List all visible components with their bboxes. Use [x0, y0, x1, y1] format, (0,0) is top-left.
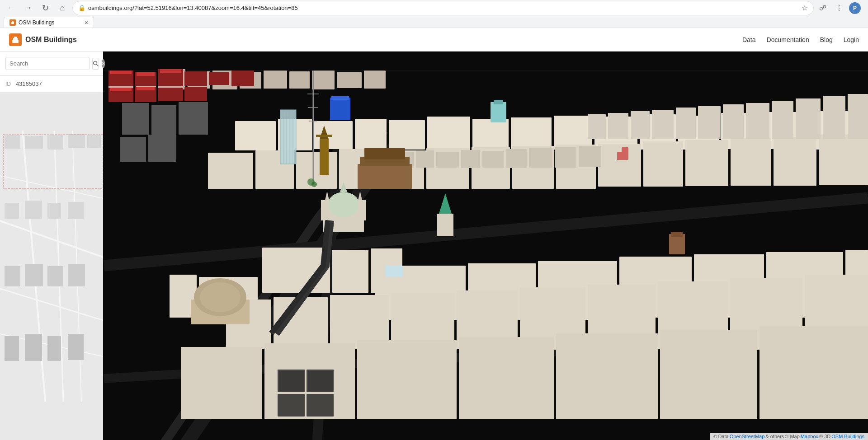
svg-rect-86 — [358, 200, 366, 220]
browser-menu-button[interactable]: ⋮ — [833, 2, 845, 14]
active-tab[interactable]: OSM Buildings × — [4, 17, 94, 28]
svg-rect-159 — [676, 108, 696, 139]
svg-rect-30 — [137, 72, 155, 76]
attribution-data-text: Data — [718, 434, 728, 439]
address-bar[interactable]: 🔒 osmbuildings.org/?lat=52.51916&lon=13.… — [72, 1, 814, 15]
svg-rect-186 — [25, 201, 42, 219]
sidebar-minimap[interactable] — [0, 92, 103, 440]
svg-rect-35 — [151, 105, 176, 135]
svg-rect-125 — [660, 330, 757, 419]
tab-label: OSM Buildings — [19, 19, 82, 26]
attribution-osm-link[interactable]: OpenStreetMap — [730, 434, 765, 439]
tab-close-button[interactable]: × — [85, 19, 88, 26]
svg-rect-67 — [731, 138, 771, 186]
svg-rect-165 — [823, 96, 845, 139]
app-container: OSM Buildings Data Documentation Blog Lo… — [0, 28, 868, 440]
id-value: 43165037 — [16, 80, 42, 87]
nav-login[interactable]: Login — [844, 36, 859, 43]
svg-rect-46 — [511, 117, 552, 149]
svg-rect-154 — [364, 148, 405, 159]
svg-rect-124 — [556, 333, 658, 419]
svg-rect-192 — [68, 264, 85, 286]
svg-rect-136 — [436, 152, 459, 168]
nav-blog[interactable]: Blog — [820, 36, 833, 43]
svg-rect-16 — [312, 70, 335, 89]
svg-rect-27 — [158, 88, 183, 101]
svg-rect-47 — [554, 116, 592, 150]
svg-rect-126 — [760, 326, 868, 419]
map-area[interactable]: × ID 43165037 — [0, 51, 868, 440]
svg-rect-147 — [279, 371, 304, 391]
sidebar-panel: × ID 43165037 — [0, 51, 103, 440]
svg-rect-194 — [25, 334, 42, 361]
app-logo[interactable]: OSM Buildings — [9, 33, 77, 46]
attribution-map-text: © Map — [785, 434, 800, 439]
svg-rect-17 — [337, 72, 362, 88]
svg-rect-4 — [12, 40, 19, 43]
svg-rect-155 — [588, 114, 606, 139]
svg-rect-169 — [671, 232, 683, 237]
svg-rect-137 — [461, 150, 480, 168]
svg-rect-164 — [796, 98, 821, 139]
svg-rect-37 — [120, 137, 146, 162]
url-text: osmbuildings.org/?lat=52.51916&lon=13.40… — [88, 5, 799, 11]
back-button[interactable]: ← — [4, 1, 18, 15]
svg-rect-183 — [68, 134, 85, 148]
nav-data[interactable]: Data — [742, 36, 756, 43]
browser-toolbar: ← → ↻ ⌂ 🔒 osmbuildings.org/?lat=52.51916… — [0, 0, 868, 16]
svg-rect-55 — [208, 153, 253, 189]
logo-text: OSM Buildings — [25, 36, 77, 44]
svg-rect-127 — [491, 102, 506, 122]
svg-rect-24 — [231, 70, 254, 86]
forward-button[interactable]: → — [21, 1, 35, 15]
search-clear-button[interactable]: × — [102, 59, 105, 68]
svg-rect-163 — [772, 101, 793, 139]
reload-button[interactable]: ↻ — [38, 1, 52, 15]
svg-rect-160 — [698, 106, 721, 139]
attribution-osm-buildings-link[interactable]: OSM Buildings — [831, 434, 864, 439]
svg-rect-162 — [746, 103, 769, 139]
user-avatar[interactable]: P — [849, 2, 861, 14]
svg-rect-42 — [355, 119, 387, 150]
attribution-mapbox-link[interactable]: Mapbox — [801, 434, 818, 439]
svg-point-84 — [328, 192, 359, 217]
app-header: OSM Buildings Data Documentation Blog Lo… — [0, 28, 868, 51]
svg-rect-188 — [68, 202, 84, 219]
attribution-others: & others — [765, 434, 784, 439]
svg-rect-130 — [622, 147, 628, 153]
svg-point-151 — [200, 282, 241, 312]
svg-rect-152 — [358, 164, 412, 189]
search-button[interactable] — [92, 58, 99, 70]
search-input[interactable] — [5, 57, 90, 70]
svg-rect-187 — [47, 203, 61, 219]
home-button[interactable]: ⌂ — [55, 1, 70, 15]
svg-rect-22 — [184, 71, 207, 86]
bookmark-icon[interactable]: ☆ — [802, 4, 808, 12]
svg-rect-34 — [122, 103, 149, 135]
svg-rect-69 — [819, 135, 868, 185]
svg-rect-190 — [25, 264, 43, 286]
svg-rect-15 — [289, 71, 310, 89]
svg-rect-72 — [280, 110, 296, 164]
svg-rect-145 — [278, 394, 305, 417]
svg-rect-44 — [427, 117, 470, 150]
svg-rect-6 — [14, 37, 17, 38]
svg-rect-14 — [264, 70, 287, 89]
svg-rect-68 — [774, 137, 816, 186]
svg-rect-23 — [209, 72, 229, 85]
id-display: ID 43165037 — [0, 76, 103, 92]
svg-rect-181 — [25, 136, 43, 149]
nav-documentation[interactable]: Documentation — [767, 36, 809, 43]
search-container: × — [0, 51, 103, 76]
svg-rect-166 — [848, 94, 868, 139]
svg-rect-167 — [104, 70, 868, 71]
clear-icon: × — [102, 61, 105, 67]
svg-rect-70 — [330, 98, 350, 120]
svg-rect-146 — [307, 394, 334, 417]
svg-rect-32 — [110, 88, 132, 91]
logo-icon — [9, 33, 22, 46]
extensions-button[interactable]: ☍ — [816, 2, 829, 14]
svg-rect-184 — [87, 135, 101, 148]
lock-icon: 🔒 — [78, 5, 85, 11]
svg-rect-189 — [5, 266, 20, 286]
